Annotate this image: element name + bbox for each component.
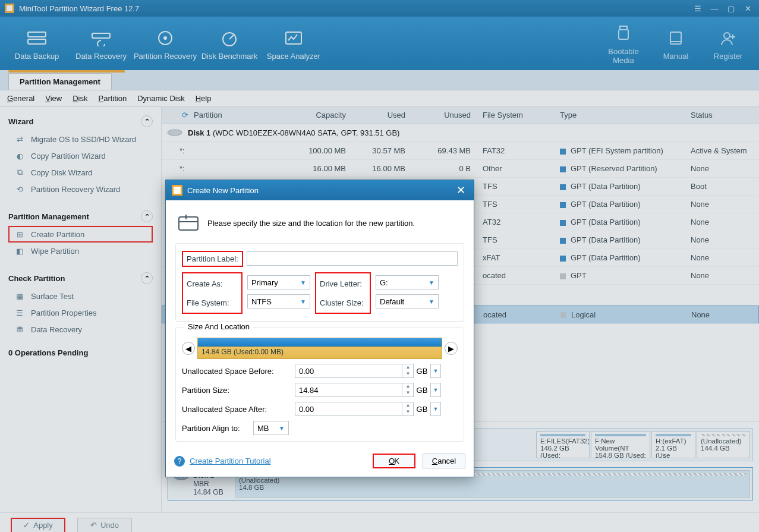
unalloc-after-input[interactable]: ▲▼ [295, 402, 414, 416]
dialog-title-bar: Create New Partition ✕ [166, 180, 474, 200]
dialog-close-icon[interactable]: ✕ [453, 184, 468, 197]
spinner-down-icon[interactable]: ▼ [403, 409, 413, 415]
label-unalloc-before: Unallocated Space Before: [182, 367, 295, 376]
align-select[interactable]: MB▼ [253, 421, 289, 435]
tutorial-link[interactable]: Create Partition Tutorial [190, 457, 271, 465]
new-partition-icon [178, 213, 199, 232]
drive-letter-select[interactable]: G:▼ [376, 275, 439, 289]
label-partition-size: Partition Size: [182, 386, 295, 395]
chevron-down-icon: ▼ [300, 298, 306, 305]
chevron-down-icon: ▼ [300, 279, 306, 286]
spinner-up-icon[interactable]: ▲ [403, 364, 413, 371]
unit-dropdown[interactable]: ▼ [430, 402, 441, 416]
create-partition-dialog: Create New Partition ✕ Please specify th… [165, 180, 474, 477]
svg-rect-21 [174, 187, 181, 194]
create-as-select[interactable]: Primary▼ [247, 275, 310, 289]
chevron-down-icon: ▼ [429, 279, 434, 286]
size-handle-left[interactable]: ◀ [182, 342, 195, 355]
ok-button[interactable]: OK [373, 454, 415, 468]
label-drive-letter: Drive Letter: [320, 279, 366, 288]
help-icon[interactable]: ? [174, 456, 185, 467]
cluster-size-select[interactable]: Default▼ [376, 294, 439, 309]
label-unalloc-after: Unallocated Space After: [182, 405, 295, 414]
partition-label-input[interactable] [247, 251, 458, 266]
spinner-up-icon[interactable]: ▲ [403, 383, 413, 390]
size-bar[interactable]: 14.84 GB (Used:0.00 MB) [197, 338, 442, 359]
chevron-down-icon: ▼ [279, 425, 285, 432]
dialog-instruction: Please specify the size and the location… [175, 209, 464, 243]
dialog-title: Create New Partition [187, 186, 259, 195]
file-system-select[interactable]: NTFS▼ [247, 294, 310, 309]
label-partition-label: Partition Label: [187, 254, 238, 263]
unalloc-before-input[interactable]: ▲▼ [295, 364, 414, 378]
label-file-system: File System: [187, 298, 238, 307]
size-section-title: Size And Location [184, 322, 253, 331]
dialog-logo-icon [172, 185, 182, 196]
label-cluster-size: Cluster Size: [320, 298, 366, 307]
svg-rect-22 [179, 217, 198, 230]
label-partition-align: Partition Align to: [182, 424, 253, 433]
unit-dropdown[interactable]: ▼ [430, 383, 441, 397]
cancel-button[interactable]: Cancel [423, 454, 465, 468]
spinner-down-icon[interactable]: ▼ [403, 390, 413, 396]
chevron-down-icon: ▼ [429, 298, 434, 305]
size-handle-right[interactable]: ▶ [445, 342, 458, 355]
spinner-down-icon[interactable]: ▼ [403, 371, 413, 377]
partition-size-input[interactable]: ▲▼ [295, 383, 414, 397]
spinner-up-icon[interactable]: ▲ [403, 402, 413, 409]
unit-dropdown[interactable]: ▼ [430, 364, 441, 378]
label-create-as: Create As: [187, 279, 238, 288]
